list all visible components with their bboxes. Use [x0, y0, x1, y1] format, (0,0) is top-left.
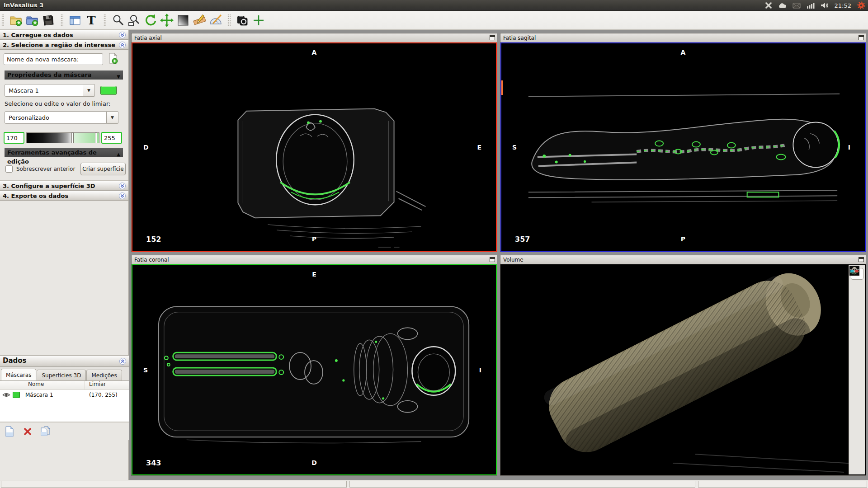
measure-angle-icon[interactable] [208, 12, 224, 28]
threshold-max-input[interactable] [101, 132, 122, 144]
duplicate-mask-icon[interactable] [40, 426, 52, 437]
stereo-glasses-icon[interactable] [851, 333, 863, 345]
viewport-sagittal-titlebar[interactable]: Fatia sagital [500, 33, 866, 42]
maximize-icon[interactable] [490, 35, 495, 40]
viewport-coronal-titlebar[interactable]: Fatia coronal [132, 255, 497, 264]
tab-surfaces[interactable]: Superfícies 3D [37, 370, 86, 380]
delete-mask-icon[interactable] [22, 426, 33, 437]
task-header-configure-surface[interactable]: 3. Configure a superfície 3D [0, 181, 128, 191]
volume-toolbar [849, 265, 865, 474]
overwrite-checkbox-label: Sobrescrever anterior [16, 166, 75, 172]
task-header-select-roi[interactable]: 2. Selecione a região de interesse [0, 40, 128, 50]
column-name[interactable]: Nome [26, 381, 85, 389]
cube-view-icon[interactable] [851, 300, 863, 312]
network-signal-icon[interactable] [807, 1, 815, 9]
mask-row-color-swatch[interactable] [13, 392, 20, 398]
axial-slice-canvas[interactable]: A D E P 152 [132, 42, 497, 252]
viewport-area: Fatia axial A D E P 15 [129, 30, 868, 480]
zoom-region-icon[interactable] [126, 12, 142, 28]
tab-masks[interactable]: Máscaras [1, 369, 36, 380]
threshold-max-handle[interactable] [95, 132, 97, 143]
viewport-axial-titlebar[interactable]: Fatia axial [132, 33, 497, 42]
maximize-icon[interactable] [859, 257, 864, 262]
threshold-preset-value: Personalizado [5, 111, 107, 124]
import-dicom-icon[interactable] [8, 12, 24, 28]
slice-cross-icon[interactable] [234, 12, 250, 28]
audio-volume-icon[interactable] [821, 1, 829, 9]
viewport-volume-titlebar[interactable]: Volume [500, 255, 866, 264]
triangle-down-icon: ▼ [117, 72, 120, 81]
column-threshold[interactable]: Limiar [85, 381, 129, 389]
threshold-min-input[interactable] [4, 132, 24, 144]
chevron-down-icon[interactable] [119, 192, 126, 199]
toolbar-grip[interactable] [1, 14, 4, 27]
mask-row-name: Máscara 1 [25, 392, 85, 398]
advanced-edit-tools-header[interactable]: Ferramentas avançadas de edição ▲ [5, 148, 123, 157]
chevron-up-icon[interactable] [119, 42, 126, 48]
mask-select[interactable]: Máscara 1 ▼ [5, 84, 95, 97]
tab-measurements[interactable]: Medições [86, 370, 122, 380]
system-tray: 21:52 [764, 0, 865, 11]
save-project-icon[interactable] [40, 12, 57, 28]
mask-select-value: Máscara 1 [5, 84, 83, 97]
task-header-label: 2. Selecione a região de interesse [3, 42, 115, 48]
overwrite-checkbox[interactable] [5, 165, 13, 173]
chevron-down-icon[interactable] [119, 183, 126, 189]
clock[interactable]: 21:52 [835, 2, 851, 9]
masks-table-header: Nome Limiar [0, 381, 129, 390]
window-layout-icon[interactable] [67, 12, 83, 28]
contrast-icon[interactable] [175, 12, 191, 28]
toolbar-grip[interactable] [60, 14, 63, 27]
table-row[interactable]: Máscara 1 (170, 255) [0, 390, 129, 400]
task-header-load-data[interactable]: 1. Carregue os dados [0, 30, 128, 40]
session-gear-icon[interactable] [857, 1, 865, 9]
task-header-label: 4. Exporte os dados [3, 192, 68, 199]
volume-3d-canvas[interactable] [500, 264, 866, 475]
toolbar-grip[interactable] [227, 14, 231, 27]
masks-table: Nome Limiar Máscara 1 (170, 255) [0, 381, 129, 422]
mail-icon[interactable] [793, 1, 801, 9]
status-bar [0, 480, 868, 488]
plugin-x-icon[interactable] [764, 1, 773, 9]
viewport-axial: Fatia axial A D E P 15 [131, 33, 497, 252]
maximize-icon[interactable] [490, 257, 495, 262]
rendering-preset-skull-icon[interactable] [851, 284, 863, 296]
status-field [1, 481, 347, 488]
orientation-label-right: D [143, 144, 149, 151]
new-mask-name-input[interactable] [4, 53, 103, 65]
chevron-down-icon[interactable]: ▼ [83, 84, 95, 97]
slice-number: 152 [146, 235, 161, 244]
create-surface-button[interactable]: Criar superfície [80, 163, 126, 175]
chevron-up-icon[interactable] [119, 358, 126, 365]
open-project-icon[interactable] [24, 12, 40, 28]
new-mask-icon[interactable] [107, 52, 120, 66]
chevron-down-icon[interactable]: ▼ [107, 111, 118, 124]
threshold-min-handle[interactable] [71, 132, 74, 143]
task-header-label: 3. Configure a superfície 3D [3, 183, 95, 189]
mask-properties-header[interactable]: Propriedades da máscara ▼ [5, 70, 123, 80]
sagittal-slice-canvas[interactable]: A S I P 357 [500, 42, 866, 252]
add-plus-icon[interactable] [250, 12, 267, 28]
cloud-icon[interactable] [778, 1, 787, 9]
interaction-tool-group [108, 11, 226, 30]
task-header-export-data[interactable]: 4. Exporte os dados [0, 191, 128, 201]
orientation-label-posterior: P [681, 235, 685, 243]
new-mask-document-icon[interactable] [4, 426, 15, 437]
threshold-preset-select[interactable]: Personalizado ▼ [5, 111, 118, 124]
zoom-icon[interactable] [110, 12, 126, 28]
coronal-slice-canvas[interactable]: E S I D 343 [132, 264, 497, 475]
slice-plane-skull-icon[interactable] [851, 317, 863, 328]
orientation-label-inferior: I [848, 144, 850, 151]
rotate-icon[interactable] [142, 12, 159, 28]
annotation-text-icon[interactable]: T [83, 12, 99, 28]
data-panel-header[interactable]: Dados [0, 355, 129, 367]
toolbar-grip[interactable] [103, 14, 106, 27]
pan-icon[interactable] [159, 12, 175, 28]
measure-distance-icon[interactable] [191, 12, 208, 28]
visibility-eye-icon[interactable] [0, 392, 13, 398]
orientation-label-inferior: I [479, 366, 481, 374]
maximize-icon[interactable] [859, 35, 864, 40]
threshold-gradient-slider[interactable] [26, 132, 99, 143]
chevron-down-icon[interactable] [119, 32, 126, 38]
mask-color-swatch[interactable] [100, 86, 117, 95]
